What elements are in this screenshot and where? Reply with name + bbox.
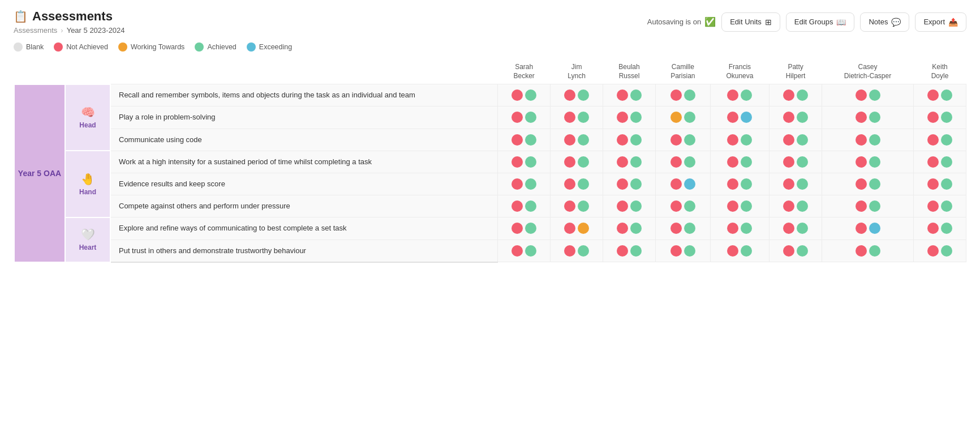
score-cell[interactable]	[655, 217, 710, 240]
score-cell[interactable]	[603, 240, 656, 262]
score-cell[interactable]	[710, 173, 769, 195]
score-cell[interactable]	[655, 84, 710, 106]
score-cell[interactable]	[822, 106, 914, 129]
score-cell[interactable]	[498, 173, 551, 195]
score-cell[interactable]	[822, 151, 914, 173]
dots-pair	[714, 245, 766, 257]
score-cell[interactable]	[551, 217, 603, 240]
score-cell[interactable]	[822, 195, 914, 217]
score-cell[interactable]	[655, 151, 710, 173]
breadcrumb-root[interactable]: Assessments	[14, 26, 57, 35]
score-cell[interactable]	[603, 195, 656, 217]
score-cell[interactable]	[914, 217, 966, 240]
score-cell[interactable]	[770, 84, 822, 106]
score-cell[interactable]	[770, 106, 822, 129]
dots-pair	[607, 156, 652, 168]
score-cell[interactable]	[498, 151, 551, 173]
score-cell[interactable]	[770, 240, 822, 262]
edit-groups-button[interactable]: Edit Groups 📖	[786, 12, 855, 32]
group-icon: 🤚	[68, 172, 108, 186]
score-cell[interactable]	[551, 106, 603, 129]
score-cell[interactable]	[603, 106, 656, 129]
score-cell[interactable]	[498, 217, 551, 240]
score-cell[interactable]	[710, 151, 769, 173]
score-cell[interactable]	[655, 106, 710, 129]
score-cell[interactable]	[770, 151, 822, 173]
score-cell[interactable]	[710, 106, 769, 129]
score-cell[interactable]	[822, 240, 914, 262]
legend-label: Exceeding	[259, 43, 292, 51]
score-cell[interactable]	[498, 129, 551, 151]
score-cell[interactable]	[822, 217, 914, 240]
task-description: Evidence results and keep score	[110, 173, 498, 195]
task-header-empty	[110, 59, 498, 84]
score-cell[interactable]	[603, 151, 656, 173]
score-cell[interactable]	[551, 173, 603, 195]
dots-pair	[773, 245, 818, 257]
score-cell[interactable]	[710, 240, 769, 262]
score-cell[interactable]	[603, 84, 656, 106]
score-dot	[941, 178, 952, 190]
score-cell[interactable]	[822, 173, 914, 195]
score-cell[interactable]	[770, 195, 822, 217]
score-dot	[869, 112, 880, 123]
score-cell[interactable]	[551, 151, 603, 173]
score-dot	[741, 178, 752, 190]
export-label: Export	[923, 18, 945, 26]
notes-button[interactable]: Notes 💬	[860, 12, 909, 32]
dots-pair	[607, 245, 652, 257]
score-dot	[512, 245, 523, 257]
score-cell[interactable]	[498, 106, 551, 129]
group-cell: 🧠Head	[65, 84, 110, 151]
legend-label: Achieved	[207, 43, 236, 51]
score-cell[interactable]	[655, 240, 710, 262]
score-cell[interactable]	[655, 129, 710, 151]
score-dot	[783, 134, 794, 146]
score-cell[interactable]	[603, 217, 656, 240]
score-cell[interactable]	[914, 195, 966, 217]
score-cell[interactable]	[551, 195, 603, 217]
score-cell[interactable]	[914, 173, 966, 195]
score-cell[interactable]	[655, 173, 710, 195]
score-cell[interactable]	[822, 84, 914, 106]
score-cell[interactable]	[770, 217, 822, 240]
score-cell[interactable]	[822, 129, 914, 151]
autosave-indicator: Autosaving is on ✅	[647, 16, 716, 27]
export-button[interactable]: Export 📤	[915, 12, 966, 32]
score-cell[interactable]	[914, 129, 966, 151]
score-cell[interactable]	[603, 173, 656, 195]
score-cell[interactable]	[655, 195, 710, 217]
score-cell[interactable]	[498, 240, 551, 262]
score-dot	[941, 223, 952, 234]
score-cell[interactable]	[710, 129, 769, 151]
score-cell[interactable]	[551, 240, 603, 262]
group-header-empty	[65, 59, 110, 84]
score-cell[interactable]	[710, 195, 769, 217]
score-cell[interactable]	[710, 84, 769, 106]
dots-pair	[554, 89, 599, 101]
score-dot	[525, 200, 536, 212]
score-cell[interactable]	[914, 151, 966, 173]
score-dot	[783, 200, 794, 212]
edit-units-button[interactable]: Edit Units ⊞	[721, 12, 780, 32]
score-dot	[856, 112, 867, 123]
score-dot	[797, 245, 808, 257]
score-cell[interactable]	[551, 129, 603, 151]
score-cell[interactable]	[710, 217, 769, 240]
dots-pair	[917, 223, 962, 234]
score-cell[interactable]	[498, 84, 551, 106]
score-dot	[578, 200, 589, 212]
score-cell[interactable]	[914, 240, 966, 262]
score-cell[interactable]	[914, 84, 966, 106]
score-cell[interactable]	[770, 173, 822, 195]
score-dot	[630, 89, 642, 101]
score-dot	[617, 200, 628, 212]
score-cell[interactable]	[603, 129, 656, 151]
score-dot	[927, 156, 939, 168]
score-cell[interactable]	[498, 195, 551, 217]
task-description: Recall and remember symbols, items and o…	[110, 84, 498, 106]
score-cell[interactable]	[770, 129, 822, 151]
score-cell[interactable]	[914, 106, 966, 129]
score-dot	[797, 112, 808, 123]
score-cell[interactable]	[551, 84, 603, 106]
